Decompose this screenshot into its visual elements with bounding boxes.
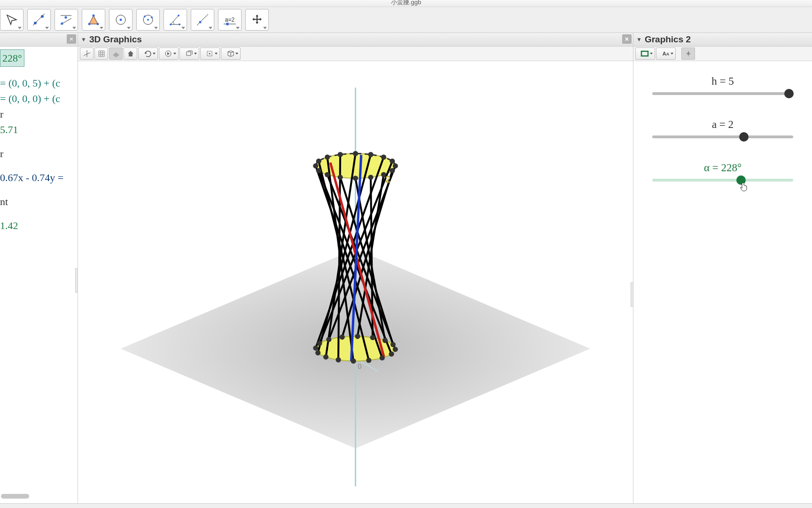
svg-point-76	[383, 338, 388, 343]
svg-point-20	[178, 15, 180, 16]
algebra-line[interactable]: = (0, 0, 5) + (c	[0, 75, 75, 91]
slider-track[interactable]	[652, 92, 793, 95]
svg-point-69	[368, 152, 373, 157]
svg-point-75	[370, 335, 375, 340]
svg-point-83	[336, 357, 341, 362]
algebra-line[interactable]: nt	[0, 194, 75, 209]
algebra-line[interactable]	[0, 209, 75, 218]
algebra-line[interactable]	[0, 161, 75, 170]
svg-point-71	[390, 159, 395, 164]
slider-thumb[interactable]	[736, 175, 746, 185]
algebra-line[interactable]	[0, 137, 75, 146]
svg-marker-7	[89, 16, 98, 24]
algebra-line[interactable]: 1.42	[0, 218, 75, 233]
algebra-line[interactable]: r	[0, 106, 75, 122]
algebra-line[interactable]	[0, 67, 75, 75]
svg-line-18	[171, 16, 179, 24]
collapse-icon: ▼	[81, 36, 86, 43]
svg-point-77	[390, 342, 396, 347]
point-tool[interactable]	[27, 9, 51, 31]
svg-line-2	[33, 14, 45, 25]
slider-thumb[interactable]	[784, 89, 794, 98]
close-icon[interactable]: ×	[622, 34, 632, 44]
svg-point-87	[317, 341, 322, 346]
algebra-line[interactable]: r	[0, 146, 75, 161]
angle-tool[interactable]	[164, 9, 187, 31]
view3d-panel: ▼ 3D Graphics ×	[78, 33, 633, 503]
scene-svg: 0 2	[78, 61, 633, 503]
home-button[interactable]	[124, 48, 137, 60]
svg-point-85	[315, 350, 320, 356]
main-toolbar: a=2	[0, 7, 812, 33]
view3d-canvas[interactable]: 0 2	[78, 61, 633, 503]
slider-a[interactable]: a = 2	[643, 119, 803, 138]
algebra-line[interactable]	[0, 185, 75, 194]
rotate-button[interactable]	[138, 48, 158, 60]
line-tool[interactable]	[55, 9, 78, 31]
animate-button[interactable]	[159, 48, 179, 60]
slider-alpha[interactable]: α = 228°	[643, 162, 803, 182]
svg-point-73	[340, 334, 345, 340]
move-tool[interactable]	[0, 9, 23, 31]
pin-tool[interactable]	[681, 48, 695, 60]
svg-point-66	[325, 155, 330, 160]
resize-handle[interactable]	[631, 282, 633, 307]
circle-center-tool[interactable]	[109, 9, 133, 31]
svg-point-16	[151, 16, 153, 18]
window-title: 小蛮腰.ggb	[0, 0, 812, 7]
algebra-line[interactable]: = (0, 0, 0) + (c	[0, 91, 75, 106]
projection-button[interactable]	[180, 48, 199, 60]
svg-point-84	[323, 354, 328, 359]
graphics2-header[interactable]: ▼ Graphics 2	[633, 33, 812, 47]
view3d-toolbar	[78, 47, 633, 61]
slider-h[interactable]: h = 5	[643, 75, 803, 95]
slider-thumb[interactable]	[739, 132, 749, 142]
slider-tool[interactable]: a=2	[218, 9, 242, 31]
svg-point-72	[326, 337, 331, 342]
footer	[0, 503, 812, 508]
view3d-header[interactable]: ▼ 3D Graphics ×	[78, 33, 633, 47]
clipping-button[interactable]	[200, 48, 220, 60]
pan-tool[interactable]	[245, 9, 269, 31]
svg-point-8	[88, 23, 91, 25]
svg-point-60	[353, 175, 358, 181]
horizontal-scrollbar[interactable]	[1, 494, 29, 499]
svg-point-1	[41, 15, 44, 18]
label-tool[interactable]: AA	[656, 48, 676, 60]
polygon-tool[interactable]	[82, 9, 105, 31]
graphics2-toolbar: AA	[633, 47, 812, 61]
plane-toggle[interactable]	[109, 48, 123, 60]
svg-point-25	[226, 23, 229, 25]
circle-3pt-tool[interactable]	[136, 9, 160, 31]
svg-point-15	[144, 16, 146, 17]
algebra-line[interactable]: 0.67x - 0.74y =	[0, 170, 75, 185]
slider-track[interactable]	[652, 179, 793, 182]
svg-point-6	[64, 16, 67, 18]
graphics2-canvas[interactable]: h = 5a = 2α = 228°	[633, 61, 812, 503]
axes-toggle[interactable]	[80, 48, 94, 60]
svg-point-59	[368, 175, 373, 180]
svg-point-81	[366, 358, 371, 363]
svg-point-31	[209, 53, 211, 55]
svg-point-12	[120, 19, 122, 21]
grid-toggle[interactable]	[94, 48, 108, 60]
tangent-tool[interactable]	[191, 9, 214, 31]
slider-track[interactable]	[652, 135, 793, 138]
svg-point-56	[393, 163, 398, 168]
svg-point-9	[97, 23, 99, 25]
dropdown-icon	[18, 27, 22, 29]
svg-rect-89	[641, 51, 648, 56]
svg-point-70	[381, 155, 386, 160]
algebra-line[interactable]: 5.71	[0, 122, 75, 137]
rect-tool[interactable]	[635, 48, 655, 60]
svg-point-10	[93, 15, 95, 17]
slider-label: α = 228°	[643, 162, 803, 174]
svg-point-67	[338, 152, 343, 157]
close-icon[interactable]: ×	[67, 34, 76, 44]
graphics2-panel: ▼ Graphics 2 AA h = 5a = 2α = 228°	[633, 33, 812, 503]
algebra-body[interactable]: 228° = (0, 0, 5) + (c = (0, 0, 0) + (cr5…	[0, 47, 78, 236]
svg-point-68	[353, 151, 358, 156]
view-button[interactable]	[221, 48, 241, 60]
algebra-line[interactable]: 228°	[0, 49, 24, 67]
svg-point-74	[355, 334, 360, 339]
